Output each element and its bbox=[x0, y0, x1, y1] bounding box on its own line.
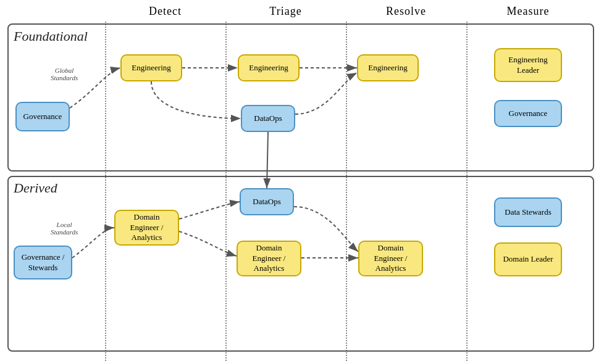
foundational-eng-leader-node: Engineering Leader bbox=[494, 48, 562, 82]
local-standards-label: LocalStandards bbox=[51, 221, 78, 236]
foundational-eng-triage-node: Engineering bbox=[238, 54, 300, 81]
col-detect: Detect bbox=[105, 5, 225, 18]
col-measure: Measure bbox=[466, 5, 590, 18]
derived-domain-eng-triage-node: Domain Engineer / Analytics bbox=[237, 241, 301, 276]
foundational-frame bbox=[7, 23, 594, 172]
diagram-container: Detect Triage Resolve Measure Foundation… bbox=[0, 0, 604, 364]
derived-data-stewards-node: Data Stewards bbox=[494, 197, 562, 227]
foundational-governance-node: Governance bbox=[15, 102, 70, 131]
foundational-eng-resolve-node: Engineering bbox=[357, 54, 419, 81]
global-standards-label: GlobalStandards bbox=[51, 67, 78, 81]
col-triage: Triage bbox=[225, 5, 346, 18]
foundational-eng-detect-node: Engineering bbox=[120, 54, 182, 81]
foundational-dataops-triage-node: DataOps bbox=[241, 105, 295, 132]
derived-label: Derived bbox=[14, 180, 57, 196]
foundational-governance-measure-node: Governance bbox=[494, 100, 562, 127]
derived-dataops-triage-node: DataOps bbox=[240, 188, 294, 215]
foundational-label: Foundational bbox=[14, 28, 88, 44]
col-headers: Detect Triage Resolve Measure bbox=[105, 5, 593, 18]
derived-domain-eng-detect-node: Domain Engineer / Analytics bbox=[114, 210, 179, 246]
derived-domain-leader-node: Domain Leader bbox=[494, 242, 562, 276]
col-resolve: Resolve bbox=[346, 5, 466, 18]
derived-domain-eng-resolve-node: Domain Engineer / Analytics bbox=[358, 241, 423, 276]
derived-governance-stewards-node: Governance / Stewards bbox=[14, 246, 72, 279]
